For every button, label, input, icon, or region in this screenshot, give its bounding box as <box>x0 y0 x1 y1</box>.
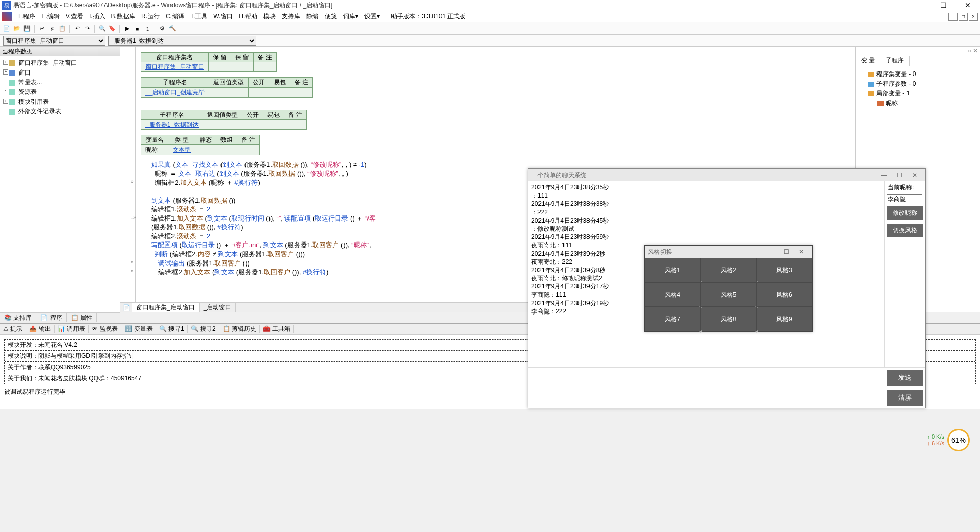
style-title: 风格切换 <box>648 248 672 256</box>
var-table: 变量名类 型静态数组备 注昵称文本型 <box>141 135 260 155</box>
lower-tab[interactable]: ⚠ 提示 <box>0 325 26 333</box>
style-cell[interactable]: 风格3 <box>756 258 812 282</box>
chat-input[interactable] <box>528 368 885 408</box>
lower-tab[interactable]: 🔢 变量表 <box>121 325 156 333</box>
style-minimize-button[interactable]: — <box>763 248 778 255</box>
style-cell[interactable]: 风格9 <box>756 307 812 331</box>
style-cell[interactable]: 风格1 <box>645 258 700 282</box>
modify-nick-button[interactable]: 修改昵称 <box>887 206 923 220</box>
menu-item[interactable]: C.编译 <box>163 13 187 20</box>
tree-node[interactable]: 常量表... <box>2 78 118 87</box>
menu-item[interactable]: H.帮助 <box>236 13 260 20</box>
var-item[interactable]: 子程序参数 - 0 <box>859 79 977 89</box>
project-tree[interactable]: 窗口程序集_启动窗口 窗口 常量表... 资源表 模块引用表 外部文件记录表 <box>0 56 120 312</box>
redo-icon[interactable]: ↷ <box>83 24 92 33</box>
clear-button[interactable]: 清屏 <box>887 390 923 406</box>
style-maximize-button[interactable]: ☐ <box>778 248 794 255</box>
minimize-button[interactable]: — <box>909 1 929 10</box>
tab-subs[interactable]: 子程序 <box>880 56 910 66</box>
menu-item[interactable]: F.程序 <box>15 13 38 20</box>
var-item[interactable]: 昵称 <box>859 99 977 108</box>
maximize-button[interactable]: ☐ <box>933 1 953 10</box>
dropdown-bar: 窗口程序集_启动窗口 _服务器1_数据到达 <box>0 35 980 47</box>
style-cell[interactable]: 风格5 <box>700 282 756 307</box>
nickname-input[interactable] <box>887 194 922 204</box>
lower-tab[interactable]: 📤 输出 <box>26 325 54 333</box>
lower-tab[interactable]: 🔍 搜寻2 <box>188 325 219 333</box>
menu-item[interactable]: 词库▾ <box>340 13 361 20</box>
sub-maximize-button[interactable]: □ <box>959 13 968 21</box>
cpu-gauge: 61% <box>947 429 970 451</box>
tab-program[interactable]: 📄 程序 <box>36 313 66 322</box>
titlebar: 易 易语言-加密狗版 - C:\Users\a9077\Desktop\服务器.… <box>0 0 980 11</box>
cut-icon[interactable]: ✂ <box>37 24 46 33</box>
menu-item[interactable]: 静编 <box>303 13 322 20</box>
style-cell[interactable]: 风格4 <box>645 282 700 307</box>
sub-select[interactable]: _服务器1_数据到达 <box>108 36 256 46</box>
menu-item[interactable]: 支持库 <box>279 13 303 20</box>
switch-style-button[interactable]: 切换风格 <box>887 224 923 237</box>
tab-variables[interactable]: 变 量 <box>856 56 880 66</box>
menu-item[interactable]: 便笺 <box>322 13 340 20</box>
style-cell[interactable]: 风格8 <box>700 307 756 331</box>
window-title: 易语言-加密狗版 - C:\Users\a9077\Desktop\服务器.e … <box>13 1 909 10</box>
lower-tab[interactable]: 📋 剪辑历史 <box>219 325 260 333</box>
menu-item[interactable]: T.工具 <box>187 13 210 20</box>
find-icon[interactable]: 🔍 <box>97 24 107 33</box>
menu-item[interactable]: W.窗口 <box>210 13 236 20</box>
menu-item[interactable]: V.查看 <box>63 13 86 20</box>
lower-tab[interactable]: 👁 监视表 <box>89 325 121 333</box>
tab-support-lib[interactable]: 📚 支持库 <box>0 313 36 322</box>
step-icon[interactable]: ⤵ <box>143 24 152 33</box>
style-window[interactable]: 风格切换 — ☐ ✕ 风格1风格2风格3风格4风格5风格6风格7风格8风格9 <box>644 245 813 332</box>
logo-icon <box>2 12 12 21</box>
tree-node[interactable]: 外部文件记录表 <box>2 107 118 116</box>
editor-tab-2[interactable]: _启动窗口 <box>200 303 236 312</box>
app-icon: 易 <box>2 1 11 10</box>
stop-icon[interactable]: ■ <box>133 24 142 33</box>
undo-icon[interactable]: ↶ <box>72 24 82 33</box>
open-icon[interactable]: 📂 <box>12 24 21 33</box>
lower-tab[interactable]: 🧰 工具箱 <box>260 325 294 333</box>
tree-node[interactable]: 窗口程序集_启动窗口 <box>2 58 118 68</box>
tab-props[interactable]: 📋 属性 <box>67 313 97 322</box>
paste-icon[interactable]: 📋 <box>58 24 67 33</box>
tree-node[interactable]: 窗口 <box>2 68 118 78</box>
copy-icon[interactable]: ⎘ <box>47 24 57 33</box>
code-line[interactable]: 如果真 (文本_寻找文本 (到文本 (服务器1.取回数据 ()), “修改昵称”… <box>141 160 855 170</box>
var-item[interactable]: 局部变量 - 1 <box>859 89 977 99</box>
sub-minimize-button[interactable]: _ <box>948 13 958 21</box>
tree-node[interactable]: 资源表 <box>2 87 118 97</box>
style-cell[interactable]: 风格6 <box>756 282 812 307</box>
menu-item[interactable]: 模块 <box>260 13 279 20</box>
menu-item[interactable]: I.插入 <box>86 13 108 20</box>
menu-item[interactable]: E.编辑 <box>38 13 62 20</box>
lower-tab[interactable]: 🔍 搜寻1 <box>156 325 188 333</box>
menu-item[interactable]: B.数据库 <box>108 13 138 20</box>
editor-tab-1[interactable]: 窗口程序集_启动窗口 <box>132 303 200 312</box>
style-cell[interactable]: 风格7 <box>645 307 700 331</box>
compile-icon[interactable]: ⚙ <box>158 24 167 33</box>
style-close-button[interactable]: ✕ <box>794 248 809 255</box>
send-button[interactable]: 发送 <box>887 370 923 386</box>
run-icon[interactable]: ▶ <box>122 24 132 33</box>
chat-maximize-button[interactable]: ☐ <box>892 172 907 179</box>
bookmark-icon[interactable]: 🔖 <box>108 24 117 33</box>
chat-minimize-button[interactable]: — <box>876 172 892 179</box>
sub-close-button[interactable]: × <box>969 13 978 21</box>
build-icon[interactable]: 🔨 <box>168 24 177 33</box>
tree-node[interactable]: 模块引用表 <box>2 97 118 107</box>
toolbar: 📄 📂 💾 ✂ ⎘ 📋 ↶ ↷ 🔍 🔖 ▶ ■ ⤵ ⚙ 🔨 <box>0 22 980 35</box>
close-button[interactable]: ✕ <box>958 1 978 10</box>
chat-close-button[interactable]: ✕ <box>907 172 922 179</box>
var-item[interactable]: 程序集变量 - 0 <box>859 69 977 79</box>
save-icon[interactable]: 💾 <box>22 24 32 33</box>
menu-item[interactable]: R.运行 <box>138 13 163 20</box>
class-select[interactable]: 窗口程序集_启动窗口 <box>3 36 105 46</box>
variable-tree[interactable]: 程序集变量 - 0子程序参数 - 0局部变量 - 1昵称 <box>856 66 980 111</box>
new-icon[interactable]: 📄 <box>2 24 11 33</box>
menu-item[interactable]: 设置▾ <box>361 13 383 20</box>
lower-tab[interactable]: 📊 调用表 <box>55 325 89 333</box>
sub-table-2: 子程序名返回值类型公开易包备 注_服务器1_数据到达 <box>141 110 307 130</box>
style-cell[interactable]: 风格2 <box>700 258 756 282</box>
